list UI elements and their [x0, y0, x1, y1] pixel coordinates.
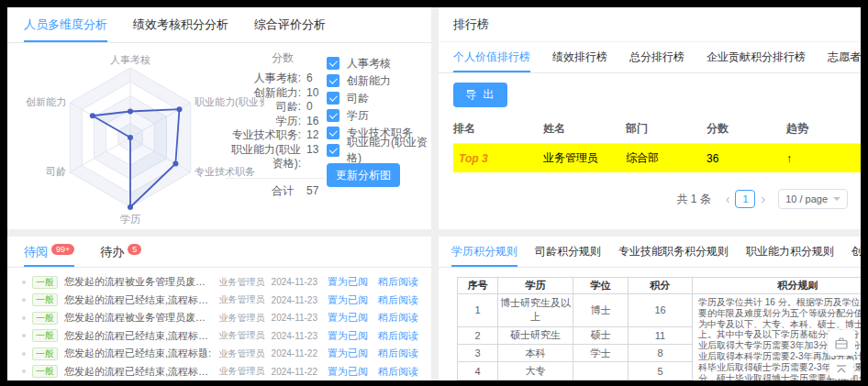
checkbox-label: 创新能力: [347, 73, 391, 89]
cell-education: 中专及以下: [498, 380, 573, 380]
score-row: 司龄:0: [226, 100, 325, 115]
checkbox-label: 职业能力(职业资格): [347, 135, 431, 166]
rules-tabs: 学历积分规则 司龄积分规则 专业技能职务积分规则 职业能力积分规则 创新能力积分…: [439, 237, 861, 268]
bullet-icon: [22, 316, 26, 320]
checkbox-checked-icon[interactable]: [327, 92, 339, 105]
checkbox-row[interactable]: 人事考核: [327, 57, 431, 70]
tab-enterprise-contribution-ranking[interactable]: 企业贡献积分排行榜: [707, 42, 806, 72]
score-label: 人事考核:: [226, 72, 301, 86]
cell-education: 博士研究生及以上: [498, 294, 573, 327]
tab-education-rule[interactable]: 学历积分规则: [451, 237, 517, 267]
ranking-title: 排行榜: [439, 7, 861, 42]
tab-tenure-rule[interactable]: 司龄积分规则: [535, 237, 601, 267]
mark-read-link[interactable]: 置为已阅: [328, 311, 368, 325]
mark-read-link[interactable]: 置为已阅: [328, 347, 368, 360]
update-chart-button[interactable]: 更新分析图: [327, 163, 400, 187]
read-later-link[interactable]: 稍后阅读: [378, 347, 418, 360]
read-later-link[interactable]: 稍后阅读: [378, 293, 418, 307]
checkbox-checked-icon[interactable]: [327, 109, 339, 122]
tab-innovation-rule[interactable]: 创新能力积分规则: [851, 237, 861, 267]
tab-personal-value-ranking[interactable]: 个人价值排行榜: [453, 42, 530, 72]
tab-to-read[interactable]: 待阅99+: [24, 237, 74, 267]
mark-read-link[interactable]: 置为已阅: [328, 329, 368, 343]
checkbox-checked-icon[interactable]: [327, 57, 339, 70]
ranking-row[interactable]: Top 3 业务管理员 综合部 36 ↑: [453, 144, 861, 173]
col-index: 序号: [458, 278, 498, 294]
inbox-sender: 业务管理员: [219, 347, 265, 360]
tab-occupational-ability-rule[interactable]: 职业能力积分规则: [746, 237, 834, 267]
tab-total-score-ranking[interactable]: 总分排行榜: [629, 42, 684, 72]
col-department: 部门: [626, 115, 707, 144]
checkbox-checked-icon[interactable]: [327, 144, 339, 157]
read-later-link[interactable]: 稍后阅读: [378, 365, 418, 379]
cell-education: 硕士研究生: [498, 326, 573, 344]
score-value: 0: [306, 100, 325, 115]
score-row: 创新能力:10: [226, 86, 325, 101]
cell-index: 3: [458, 344, 498, 361]
analysis-panel: 人员多维度分析 绩效考核积分分析 综合评价分析 人事考核 职业能力(职业资格) …: [7, 7, 431, 229]
read-later-link[interactable]: 稍后阅读: [378, 311, 418, 325]
back-to-top-button[interactable]: [829, 359, 853, 379]
inbox-item[interactable]: 一般 您发起的流程已经结束,流程标题:商品发放 业务管理员2024-11-22 …: [7, 363, 431, 381]
inbox-item[interactable]: 一般 您发起的流程已经结束,流程标题:提货单 业务管理员2024-11-23 置…: [7, 327, 431, 346]
col-education: 学历: [498, 278, 573, 294]
cell-points: 2: [629, 380, 693, 380]
inbox-item[interactable]: 一般 您发起的流程已经结束,流程标题: 业务管理员2024-11-22 置为已阅…: [7, 345, 431, 363]
checkbox-row[interactable]: 学历: [327, 109, 431, 122]
bullet-icon: [22, 334, 26, 337]
tab-performance-score-analysis[interactable]: 绩效考核积分分析: [133, 7, 228, 42]
pagination-page-1[interactable]: 1: [735, 190, 755, 208]
bullet-icon: [22, 369, 26, 373]
tab-to-do[interactable]: 待办5: [100, 237, 141, 267]
page-size-select[interactable]: 10 / page: [778, 189, 848, 209]
checkbox-row[interactable]: 创新能力: [327, 74, 431, 87]
pagination-next-button[interactable]: ›: [761, 192, 765, 206]
inbox-tabs: 待阅99+ 待办5: [7, 237, 431, 268]
tab-professional-skill-rule[interactable]: 专业技能职务积分规则: [618, 237, 729, 267]
tab-comprehensive-evaluation[interactable]: 综合评价分析: [254, 7, 326, 42]
total-value: 57: [306, 183, 325, 198]
inbox-date: 2024-11-23: [272, 331, 317, 341]
score-label: 专业技术职务:: [226, 128, 301, 143]
rank-badge: Top 3: [453, 144, 543, 173]
trend-up-icon: ↑: [786, 144, 861, 173]
dashboard: 人员多维度分析 绩效考核积分分析 综合评价分析 人事考核 职业能力(职业资格) …: [7, 7, 861, 380]
inbox-message: 您发起的流程已经结束,流程标题:提货单: [64, 329, 212, 343]
cell-points: 8: [629, 344, 693, 361]
checkbox-label: 司龄: [347, 91, 369, 106]
score-value: 6: [306, 72, 325, 86]
tab-personnel-multidimension[interactable]: 人员多维度分析: [24, 7, 107, 42]
read-later-link[interactable]: 稍后阅读: [378, 329, 418, 343]
inbox-sender: 业务管理员: [219, 329, 265, 342]
mark-read-link[interactable]: 置为已阅: [328, 365, 368, 379]
inbox-date: 2024-11-23: [272, 313, 317, 323]
bullet-icon: [22, 281, 26, 284]
export-button[interactable]: 导 出: [453, 83, 507, 107]
mark-read-link[interactable]: 置为已阅: [328, 293, 368, 307]
checkbox-row[interactable]: 职业能力(职业资格): [327, 144, 431, 157]
score-label: 司龄:: [226, 100, 301, 115]
priority-tag: 一般: [32, 329, 58, 342]
cell-index: 4: [458, 362, 498, 380]
inbox-item[interactable]: 一般 您发起的流程被业务管理员废弃，流程标题:提货单，废弃说明 业务管理员202…: [7, 273, 431, 292]
inbox-sender: 业务管理员: [219, 365, 265, 378]
inbox-message: 您发起的流程被业务管理员废弃，流程标题:提货单，废弃说明: [64, 275, 212, 289]
pagination-prev-button[interactable]: ‹: [726, 192, 730, 206]
score-value: 13: [306, 143, 325, 171]
cell-points: 5: [629, 362, 693, 380]
tab-performance-ranking[interactable]: 绩效排行榜: [552, 42, 607, 72]
checkbox-row[interactable]: 司龄: [327, 92, 431, 105]
floating-toolkit-button[interactable]: [828, 330, 855, 356]
read-later-link[interactable]: 稍后阅读: [378, 275, 418, 289]
todo-count-badge: 5: [128, 244, 141, 255]
priority-tag: 一般: [32, 276, 58, 289]
checkbox-checked-icon[interactable]: [327, 74, 339, 87]
priority-tag: 一般: [32, 365, 58, 378]
inbox-date: 2024-11-22: [272, 348, 317, 358]
tab-volunteer-score-ranking[interactable]: 志愿者积分排行榜: [828, 42, 861, 72]
checkbox-checked-icon[interactable]: [327, 127, 339, 139]
mark-read-link[interactable]: 置为已阅: [328, 275, 368, 289]
inbox-item[interactable]: 一般 您发起的流程被业务管理员废弃，流程标题:提货单，废弃说明 业务管理员202…: [7, 309, 431, 327]
inbox-item[interactable]: 一般 您发起的流程已经结束,流程标题:提货单 业务管理员2024-11-23 置…: [7, 292, 431, 310]
rules-header-row: 序号 学历 学位 积分 积分规则: [458, 278, 862, 294]
